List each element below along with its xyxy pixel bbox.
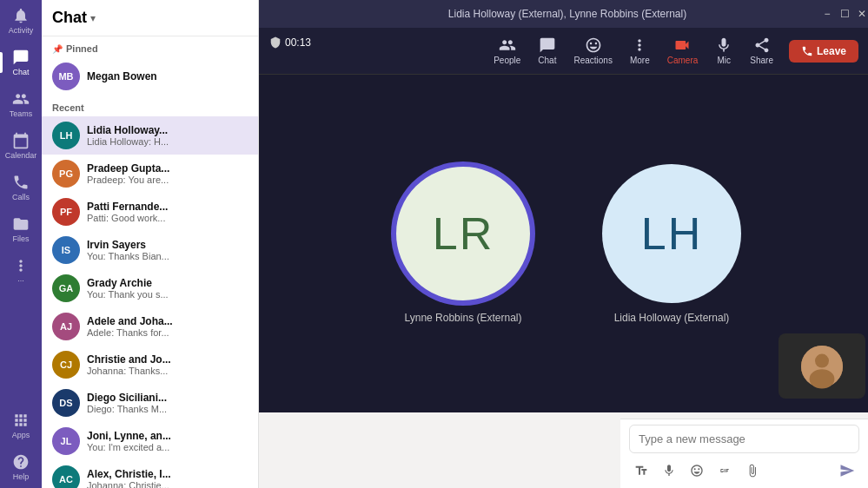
chat-panel: Chat ▾ 📌 Pinned MB Megan Bowen Recent LH… (42, 0, 259, 488)
svg-point-1 (815, 353, 829, 367)
self-avatar (801, 346, 843, 387)
meeting-window-title: Lidia Holloway (External), Lynne Robbins… (448, 8, 686, 20)
meeting-timer: 00:13 (269, 36, 311, 49)
list-item[interactable]: AC Alex, Christie, I... Johanna: Christi… (42, 460, 258, 488)
avatar: IS (52, 236, 80, 264)
sidebar-item-activity[interactable]: Activity (0, 0, 42, 42)
people-toolbar-button[interactable]: People (485, 33, 529, 69)
titlebar-controls: − ☐ ✕ (820, 7, 868, 21)
message-tools (629, 458, 859, 483)
list-item[interactable]: PF Patti Fernande... Patti: Good work... (42, 193, 258, 231)
sidebar-item-more[interactable]: ··· (0, 250, 42, 292)
share-toolbar-button[interactable]: Share (741, 33, 782, 69)
avatar: AJ (52, 313, 80, 340)
meeting-window: Lidia Holloway (External), Lynne Robbins… (259, 0, 868, 412)
more-toolbar-button[interactable]: More (621, 33, 659, 69)
participant-tile-lh: LH Lidia Holloway (External) (602, 164, 741, 324)
send-button[interactable] (835, 458, 859, 483)
list-item[interactable]: MB Megan Bowen (42, 57, 258, 96)
participant-name-lr: Lynne Robbins (External) (405, 312, 522, 324)
pinned-section-label: 📌 Pinned (42, 36, 258, 57)
emoji-button[interactable] (685, 458, 709, 483)
avatar: CJ (52, 351, 80, 379)
chat-chevron-icon[interactable]: ▾ (90, 12, 96, 24)
avatar: PG (52, 160, 80, 188)
reactions-toolbar-button[interactable]: Reactions (565, 33, 620, 69)
message-input[interactable] (629, 425, 859, 453)
right-area: Lidia Holloway (External), Lynne Robbins… (259, 0, 868, 488)
participant-avatar-lh: LH (602, 164, 741, 303)
pin-icon: 📌 (52, 44, 63, 54)
attach-button[interactable] (740, 458, 765, 483)
meeting-titlebar: Lidia Holloway (External), Lynne Robbins… (259, 0, 868, 28)
mic-toolbar-button[interactable]: Mic (706, 33, 741, 69)
maximize-button[interactable]: ☐ (838, 7, 851, 21)
format-button[interactable] (629, 458, 653, 483)
list-item[interactable]: LH Lidia Holloway... Lidia Holloway: H..… (42, 116, 258, 155)
avatar: GA (52, 274, 80, 302)
message-input-area (620, 419, 868, 488)
chat-header: Chat ▾ (42, 0, 258, 36)
audio-message-button[interactable] (657, 458, 681, 483)
minimize-button[interactable]: − (820, 7, 834, 21)
gif-button[interactable] (712, 458, 737, 483)
avatar: AC (52, 465, 80, 488)
sidebar-item-chat[interactable]: Chat (0, 42, 42, 83)
list-item[interactable]: AJ Adele and Joha... Adele: Thanks for..… (42, 307, 258, 346)
list-item[interactable]: IS Irvin Sayers You: Thanks Bian... (42, 231, 258, 269)
sidebar-item-teams[interactable]: Teams (0, 83, 42, 125)
sidebar-item-calendar[interactable]: Calendar (0, 125, 42, 167)
svg-point-2 (810, 369, 835, 388)
list-item[interactable]: GA Grady Archie You: Thank you s... (42, 269, 258, 307)
list-item[interactable]: PG Pradeep Gupta... Pradeep: You are... (42, 155, 258, 193)
meeting-content: LR Lynne Robbins (External) LH Lidia Hol… (259, 75, 868, 412)
leave-button[interactable]: Leave (789, 40, 858, 63)
avatar: JL (52, 427, 80, 455)
camera-toolbar-button[interactable]: Camera (659, 33, 707, 69)
participant-tile-lr: LR Lynne Robbins (External) (394, 164, 533, 324)
avatar: LH (52, 122, 80, 149)
list-item[interactable]: DS Diego Siciliani... Diego: Thanks M... (42, 384, 258, 422)
chat-panel-title: Chat (52, 9, 87, 27)
sidebar-item-apps[interactable]: Apps (0, 405, 42, 446)
participant-avatar-lr: LR (394, 164, 533, 303)
meeting-toolbar: People Chat Reactions More Camera Mic (259, 28, 868, 75)
close-button[interactable]: ✕ (855, 7, 868, 21)
participant-name-lh: Lidia Holloway (External) (614, 312, 730, 324)
sidebar-item-files[interactable]: Files (0, 208, 42, 250)
chat-toolbar-button[interactable]: Chat (529, 33, 565, 69)
list-item[interactable]: CJ Christie and Jo... Johanna: Thanks... (42, 346, 258, 384)
sidebar-item-help[interactable]: Help (0, 446, 42, 488)
avatar: DS (52, 389, 80, 417)
sidebar: Activity Chat Teams Calendar Calls Files… (0, 0, 42, 488)
avatar: PF (52, 198, 80, 226)
list-item[interactable]: JL Joni, Lynne, an... You: I'm excited a… (42, 422, 258, 460)
sidebar-item-calls[interactable]: Calls (0, 167, 42, 208)
recent-section-label: Recent (42, 96, 258, 116)
self-view (779, 333, 865, 399)
avatar: MB (52, 63, 80, 90)
